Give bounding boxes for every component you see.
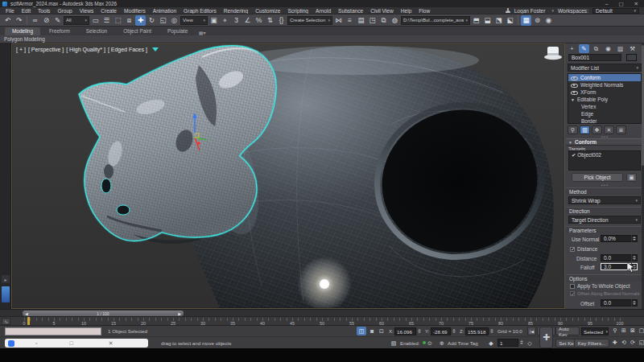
use-normal-spinner[interactable]: 0.0% — [601, 235, 638, 242]
pan-view-icon[interactable]: ✚ — [611, 339, 619, 347]
viewport-menu-shading[interactable]: [ Edged Faces ] — [108, 47, 147, 52]
menu-graph-editors[interactable]: Graph Editors — [184, 8, 217, 14]
isolate-selection-icon[interactable]: ◫ — [357, 327, 366, 335]
spinner-arrows-icon[interactable] — [518, 339, 524, 346]
modifier-stack-item-border[interactable]: Border — [568, 117, 641, 124]
menu-tools[interactable]: Tools — [38, 8, 50, 14]
motion-tab-icon[interactable]: ◉ — [603, 44, 613, 53]
select-object-icon[interactable]: ▭ — [90, 15, 101, 26]
select-by-name-icon[interactable]: ☰ — [101, 15, 112, 26]
close-button[interactable]: ✕ — [634, 1, 638, 7]
offset-along-blended-normals-checkbox[interactable] — [570, 291, 575, 296]
orbit-icon[interactable]: ⟳ — [629, 339, 637, 347]
make-unique-icon[interactable]: ❖ — [592, 125, 602, 134]
snaps-toggle-3d-icon[interactable]: 3 — [231, 15, 242, 26]
ribbon-tab-selection[interactable]: Selection — [79, 27, 114, 35]
workspace-select[interactable]: Default ▾ — [592, 8, 639, 14]
spinner-arrows-icon[interactable] — [489, 327, 494, 335]
mini-curve-editor-button[interactable]: ∿ — [2, 318, 10, 325]
object-name-field[interactable]: Box001 — [568, 54, 621, 61]
pick-object-button[interactable]: Pick Object — [572, 173, 623, 182]
y-coordinate-field[interactable]: -28.69 — [431, 327, 451, 335]
pip-maximize-icon[interactable]: □ — [69, 340, 72, 346]
track-bar[interactable]: ∿ 05101520253035404550556065707580859095… — [0, 316, 644, 325]
viewport-menu-pov[interactable]: [ Perspective ] — [28, 47, 64, 52]
menu-file[interactable]: File — [6, 8, 14, 14]
distance-spinner[interactable]: 0.0 — [601, 254, 638, 261]
conform-targets-list[interactable]: ✔ Object002 — [568, 150, 641, 171]
modifier-stack-item-vertex[interactable]: Vertex — [568, 103, 641, 110]
pin-stack-icon[interactable]: ⚲ — [568, 125, 578, 134]
modifier-stack-item-conform[interactable]: Conform — [568, 74, 641, 81]
menu-views[interactable]: Views — [80, 8, 93, 14]
menu-modifiers[interactable]: Modifiers — [124, 8, 146, 14]
spinner-arrows-icon[interactable] — [631, 235, 637, 242]
apply-to-whole-object-checkbox[interactable] — [570, 284, 575, 289]
spinner-arrows-icon[interactable] — [451, 327, 456, 335]
ribbon-more-icon[interactable]: ▦▾ — [196, 30, 208, 35]
menu-help[interactable]: Help — [401, 8, 412, 14]
select-and-manipulate-icon[interactable]: ⌖ — [220, 15, 230, 26]
offset-spinner[interactable]: 0.0 — [601, 299, 638, 306]
user-account-menu[interactable]: Logan Foster — [514, 8, 546, 14]
options-section-header[interactable]: Options — [566, 274, 643, 282]
select-and-scale-icon[interactable]: ◱ — [158, 15, 168, 26]
spinner-arrows-icon[interactable] — [416, 327, 422, 335]
unlink-selection-icon[interactable]: ⊘ — [41, 15, 52, 26]
menu-animation[interactable]: Animation — [153, 8, 176, 14]
modifier-stack-item-edge[interactable]: Edge — [568, 110, 641, 117]
menu-civil-view[interactable]: Civil View — [370, 8, 393, 14]
visibility-eye-icon[interactable] — [571, 89, 578, 96]
material-editor-icon[interactable]: ◍ — [390, 15, 400, 26]
menu-scripting[interactable]: Scripting — [287, 8, 308, 14]
go-to-start-button[interactable]: |◀ — [527, 327, 536, 335]
pip-restore-icon[interactable]: ▫ — [35, 340, 37, 346]
angle-snap-toggle-icon[interactable]: ∠ — [242, 15, 253, 26]
target-item-object002[interactable]: Object002 — [577, 152, 601, 158]
parameters-section-header[interactable]: Parameters — [566, 226, 643, 233]
create-tab-icon[interactable]: + — [567, 44, 577, 53]
rectangular-selection-region-icon[interactable]: ⬚ — [113, 15, 123, 26]
add-time-tag-label[interactable]: Add Time Tag — [448, 340, 478, 346]
method-section-header[interactable]: Method — [566, 187, 643, 195]
key-selection-dropdown[interactable]: Selected▾ — [581, 327, 609, 335]
zoom-icon[interactable]: ⚲ — [611, 327, 619, 335]
pick-multiple-button[interactable]: ▣ — [626, 173, 637, 182]
bind-to-space-warp-icon[interactable]: ✎ — [52, 15, 63, 26]
ribbon-panel-polygon-modeling[interactable]: Polygon Modeling — [0, 35, 644, 43]
menu-rendering[interactable]: Rendering — [224, 8, 248, 14]
modify-tab-icon[interactable]: ✎ — [579, 44, 589, 53]
ribbon-tab-freeform[interactable]: Freeform — [42, 27, 77, 35]
object-color-swatch[interactable] — [626, 54, 637, 61]
import-scene-icon[interactable]: ⬔ — [493, 15, 504, 26]
remove-modifier-icon[interactable]: ✕ — [604, 125, 614, 134]
current-frame-field[interactable]: 1 — [497, 339, 518, 347]
save-scene-icon[interactable]: ⬓ — [482, 15, 493, 26]
undo-icon[interactable]: ↶ — [2, 15, 13, 26]
distance-checkbox[interactable] — [570, 247, 575, 252]
display-tab-icon[interactable]: ▥ — [615, 44, 625, 53]
export-scene-icon[interactable]: ⬕ — [505, 15, 515, 26]
visibility-eye-icon[interactable] — [571, 75, 578, 81]
time-slider-track[interactable]: ◀ 1 / 100 ▶ — [0, 309, 644, 316]
spinner-arrows-icon[interactable] — [631, 254, 637, 261]
menu-group[interactable]: Group — [57, 8, 72, 14]
maxscript-mini-listener[interactable] — [5, 327, 101, 335]
orbit-selected-icon[interactable]: ⟲ — [620, 339, 628, 347]
window-crossing-toggle-icon[interactable]: ⧈ — [124, 15, 134, 26]
method-dropdown[interactable]: Shrink Wrap▾ — [568, 196, 641, 204]
set-keys-big-button[interactable]: ✚ — [539, 327, 553, 348]
previous-frame-arrow-icon[interactable]: ◀ — [25, 311, 28, 316]
render-setup-icon[interactable]: ▦ — [521, 15, 531, 26]
perspective-viewport[interactable]: [ + ] [ Perspective ] [ High Quality* ] … — [11, 43, 565, 309]
expand-triangle-icon[interactable]: ▼ — [571, 97, 575, 102]
render-frame-window-icon[interactable]: ⊚ — [532, 15, 543, 26]
modifier-stack-item-weighted-normals[interactable]: Weighted Normals — [568, 81, 641, 88]
show-end-result-icon[interactable]: ▥ — [580, 125, 590, 134]
key-filter-icon[interactable]: ◇ — [525, 339, 535, 348]
time-tag-film-icon[interactable]: ▧ — [389, 339, 398, 348]
pip-close-icon[interactable]: ✕ — [109, 340, 114, 347]
modifier-stack-item-xform[interactable]: XForm — [568, 88, 641, 96]
minimize-button[interactable]: – — [605, 1, 609, 7]
next-frame-arrow-icon[interactable]: ▶ — [178, 311, 181, 316]
